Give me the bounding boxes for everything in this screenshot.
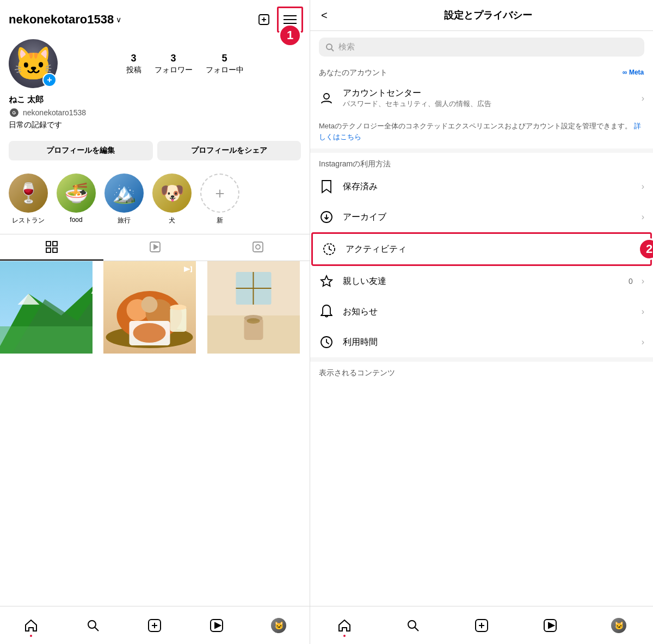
posts-count: 3 xyxy=(131,53,136,64)
bookmark-icon xyxy=(319,179,334,194)
close-friends-badge: 0 xyxy=(629,277,633,286)
svg-point-29 xyxy=(170,305,187,310)
search-icon xyxy=(325,43,334,52)
nav-search-right[interactable] xyxy=(399,612,427,639)
svg-rect-8 xyxy=(46,248,51,252)
username: nekonekotaro1538 xyxy=(9,13,114,27)
posts-stat: 3 投稿 xyxy=(126,53,141,75)
notifications-chevron-icon: › xyxy=(642,307,644,317)
saved-text: 保存済み xyxy=(343,181,633,193)
highlight-circle-new: ＋ xyxy=(200,174,239,213)
archive-chevron-icon: › xyxy=(642,212,644,222)
search-bar[interactable]: 検索 xyxy=(319,38,644,57)
settings-title: 設定とプライバシー xyxy=(334,9,642,22)
profile-stats-section: + 3 投稿 3 フォロワー 5 フォロー中 xyxy=(0,35,310,95)
post-cell-1[interactable] xyxy=(0,261,93,354)
svg-line-32 xyxy=(190,271,192,272)
edit-profile-button[interactable]: プロフィールを編集 xyxy=(9,141,153,160)
svg-rect-12 xyxy=(253,242,263,252)
header-icons: 1 xyxy=(253,9,301,30)
search-bar-container: 検索 xyxy=(310,31,653,63)
account-center-subtitle: パスワード、セキュリティ、個人の情報、広告 xyxy=(343,99,633,109)
archive-text: アーカイブ xyxy=(343,212,633,223)
threads-handle-text: nekonekotaro1538 xyxy=(23,108,86,117)
close-friends-chevron-icon: › xyxy=(642,276,644,286)
nav-home-right[interactable] xyxy=(331,612,358,639)
chevron-right-icon: › xyxy=(642,94,644,103)
post-cell-3[interactable] xyxy=(207,261,300,354)
nav-add-right[interactable] xyxy=(468,612,495,639)
highlight-travel[interactable]: 🏔️ 旅行 xyxy=(104,174,144,225)
meta-logo: ∞ Meta xyxy=(623,67,644,78)
nav-reels-left[interactable] xyxy=(203,612,230,639)
time-item[interactable]: 利用時間 › xyxy=(310,327,653,357)
settings-header: < 設定とプライバシー xyxy=(310,0,653,31)
nav-search-left[interactable] xyxy=(79,612,107,639)
account-center-title: アカウントセンター xyxy=(343,88,633,99)
clock-icon xyxy=(319,335,334,350)
username-area: nekonekotaro1538 ∨ xyxy=(9,13,121,27)
nav-reels-right[interactable] xyxy=(537,612,564,639)
tab-tagged[interactable] xyxy=(206,234,310,261)
menu-button[interactable]: 1 xyxy=(279,9,301,30)
highlight-restaurant[interactable]: 🍷 レストラン xyxy=(9,174,48,225)
highlight-new[interactable]: ＋ 新 xyxy=(200,174,239,225)
svg-point-52 xyxy=(324,94,329,99)
highlight-food[interactable]: 🍜 food xyxy=(57,174,96,225)
nav-profile-right[interactable]: 🐱 xyxy=(605,612,632,639)
svg-text:∞ Meta: ∞ Meta xyxy=(623,69,644,76)
notifications-item[interactable]: お知らせ › xyxy=(310,296,653,327)
avatar-container: + xyxy=(9,39,58,88)
post-cell-2[interactable] xyxy=(103,261,196,354)
highlight-label-dog: 犬 xyxy=(169,216,175,225)
account-center-item[interactable]: アカウントセンター パスワード、セキュリティ、個人の情報、広告 › xyxy=(310,80,653,116)
highlight-circle-restaurant: 🍷 xyxy=(9,174,48,213)
add-story-button[interactable]: + xyxy=(42,73,57,87)
nav-profile-left[interactable]: 🐱 xyxy=(265,612,292,639)
followers-label: フォロワー xyxy=(155,65,193,75)
share-profile-button[interactable]: プロフィールをシェア xyxy=(157,141,301,160)
svg-marker-11 xyxy=(154,245,158,249)
archive-title: アーカイブ xyxy=(343,212,633,223)
time-chevron-icon: › xyxy=(642,337,644,347)
how-to-use-section-label: Instagramの利用方法 xyxy=(310,153,653,171)
nav-dot xyxy=(30,635,32,637)
action-buttons: プロフィールを編集 プロフィールをシェア xyxy=(0,141,310,169)
highlight-circle-food: 🍜 xyxy=(57,174,96,213)
back-button[interactable]: < xyxy=(321,9,328,22)
svg-rect-17 xyxy=(0,326,93,354)
svg-rect-28 xyxy=(170,307,187,332)
notifications-text: お知らせ xyxy=(343,306,633,318)
svg-point-13 xyxy=(256,245,260,249)
tab-reels[interactable] xyxy=(103,234,207,261)
post-grid xyxy=(0,261,310,606)
meta-notice: Metaのテクノロジー全体のコネクテッドエクスペリエンスおよびアカウント設定を管… xyxy=(310,116,653,148)
archive-item[interactable]: アーカイブ › xyxy=(310,202,653,232)
display-name: ねこ 太郎 xyxy=(9,95,301,105)
your-account-label: あなたのアカウント xyxy=(319,68,387,78)
nav-home-left[interactable] xyxy=(17,612,45,639)
close-friends-title: 親しい友達 xyxy=(343,276,620,287)
time-text: 利用時間 xyxy=(343,337,633,348)
posts-label: 投稿 xyxy=(126,65,141,75)
divider-1 xyxy=(310,148,653,153)
tab-grid[interactable] xyxy=(0,234,103,261)
saved-item[interactable]: 保存済み › xyxy=(310,171,653,202)
add-post-button[interactable] xyxy=(253,9,275,30)
close-friends-text: 親しい友達 xyxy=(343,276,620,287)
saved-chevron-icon: › xyxy=(642,182,644,191)
close-friends-item[interactable]: 親しい友達 0 › xyxy=(310,266,653,296)
left-panel: nekonekotaro1538 ∨ xyxy=(0,0,310,644)
divider-2 xyxy=(310,357,653,362)
highlight-circle-travel: 🏔️ xyxy=(104,174,144,213)
following-stat: 5 フォロー中 xyxy=(206,53,244,75)
highlight-dog[interactable]: 🐶 犬 xyxy=(152,174,192,225)
nav-add-left[interactable] xyxy=(141,612,168,639)
annotation-circle-1: 1 xyxy=(279,24,301,47)
svg-marker-48 xyxy=(215,623,220,628)
chevron-down-icon: ∨ xyxy=(116,15,121,24)
content-section-label: 表示されるコンテンツ xyxy=(310,362,653,380)
activity-item[interactable]: アクティビティ › 2 xyxy=(311,232,652,266)
threads-handle: nekonekotaro1538 xyxy=(9,107,301,118)
activity-text: アクティビティ xyxy=(346,244,630,255)
